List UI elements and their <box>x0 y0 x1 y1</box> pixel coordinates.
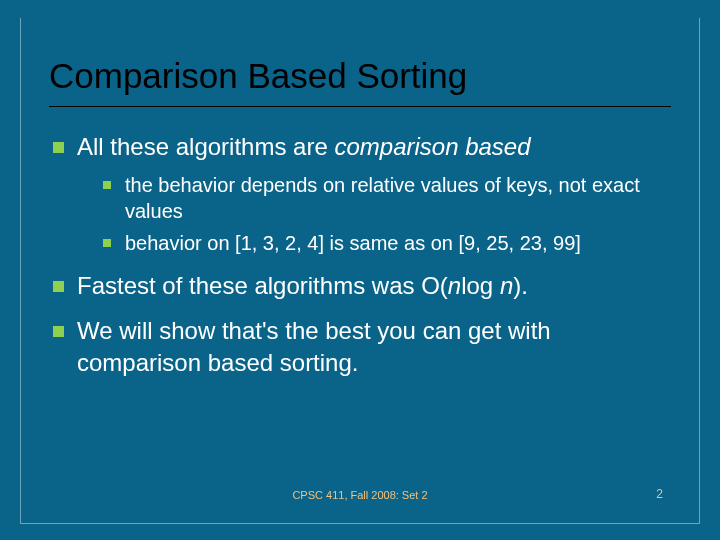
bullet-2-em1: n <box>448 272 461 299</box>
footer-center-text: CPSC 411, Fall 2008: Set 2 <box>97 489 623 501</box>
bullet-list: All these algorithms are comparison base… <box>49 131 671 378</box>
bullet-1-sub-2: behavior on [1, 3, 2, 4] is same as on [… <box>77 230 671 256</box>
bullet-3: We will show that's the best you can get… <box>49 315 671 377</box>
bullet-1-text-pre: All these algorithms are <box>77 133 334 160</box>
slide-content: All these algorithms are comparison base… <box>49 131 671 487</box>
bullet-1-sub-1: the behavior depends on relative values … <box>77 172 671 224</box>
bullet-1-sublist: the behavior depends on relative values … <box>77 172 671 256</box>
slide-footer: CPSC 411, Fall 2008: Set 2 2 <box>49 487 671 503</box>
bullet-2-mid: log <box>461 272 500 299</box>
bullet-2-pre: Fastest of these algorithms was O( <box>77 272 448 299</box>
bullet-2: Fastest of these algorithms was O(nlog n… <box>49 270 671 301</box>
bullet-2-post: ). <box>513 272 528 299</box>
bullet-1: All these algorithms are comparison base… <box>49 131 671 256</box>
bullet-1-text-em: comparison based <box>334 133 530 160</box>
title-underline <box>49 106 671 107</box>
slide-title: Comparison Based Sorting <box>49 56 671 96</box>
slide: Comparison Based Sorting All these algor… <box>0 0 720 540</box>
slide-inner: Comparison Based Sorting All these algor… <box>20 18 700 524</box>
footer-page-number: 2 <box>623 487 663 501</box>
bullet-2-em2: n <box>500 272 513 299</box>
